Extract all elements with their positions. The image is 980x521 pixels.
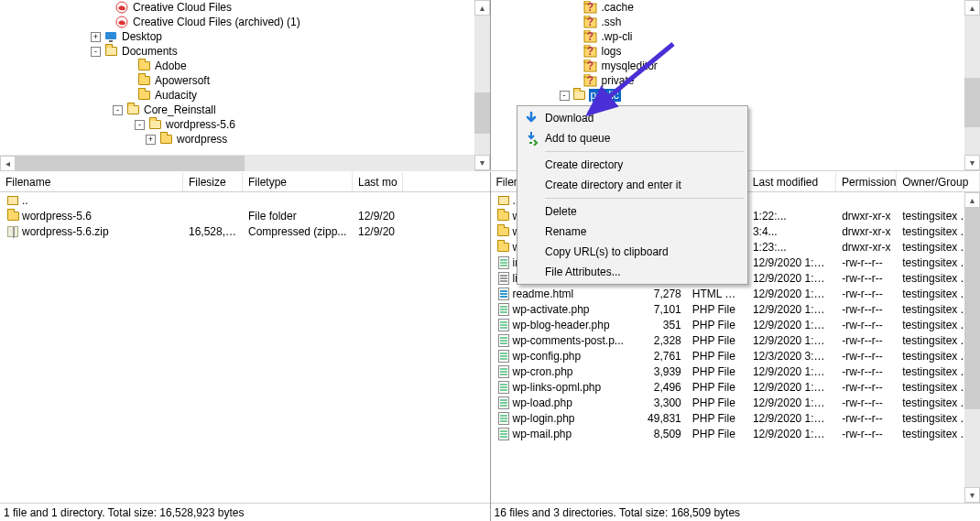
- scroll-up-button[interactable]: ▴: [964, 0, 980, 16]
- tree-item[interactable]: +wordpress: [0, 132, 490, 147]
- list-row[interactable]: wp-links-opml.php2,496PHP File12/9/2020 …: [491, 379, 981, 395]
- cell-type: PHP File: [687, 350, 747, 363]
- ctx-create-directory[interactable]: Create directory: [519, 155, 746, 175]
- tree-item[interactable]: -public: [491, 88, 965, 103]
- cell-name: wp-comments-post.p...: [491, 333, 640, 348]
- ctx-download[interactable]: Download: [519, 108, 746, 128]
- cell-mod: 12/9/2020 1:22:...: [747, 412, 836, 425]
- tree-label: public: [589, 89, 621, 102]
- ctx-create-directory-and-enter-it[interactable]: Create directory and enter it: [519, 175, 746, 195]
- cell-perm: -rw-r--r--: [836, 428, 897, 440]
- tree-item[interactable]: ?.wp-cli: [491, 29, 965, 44]
- tree-expander[interactable]: -: [560, 91, 570, 101]
- column-header[interactable]: Permissions: [836, 172, 897, 191]
- tree-expander[interactable]: -: [135, 120, 145, 130]
- local-tree-pane: Creative Cloud FilesCreative Cloud Files…: [0, 0, 491, 170]
- question-folder-icon: ?: [583, 59, 598, 73]
- h-scrollbar[interactable]: ◂ ▸: [0, 155, 490, 170]
- folder-icon: [496, 209, 511, 223]
- column-header[interactable]: Filesize: [183, 172, 243, 191]
- tree-item[interactable]: +Desktop: [0, 29, 490, 44]
- html-file-icon: [496, 287, 511, 301]
- ctx-delete[interactable]: Delete: [519, 201, 746, 222]
- tree-item[interactable]: -Documents: [0, 44, 490, 59]
- column-header[interactable]: Filename: [0, 172, 183, 191]
- cell-name: wp-cron.php: [491, 364, 640, 379]
- column-header[interactable]: Last modified: [747, 172, 836, 191]
- list-row[interactable]: wp-mail.php8,509PHP File12/9/2020 1:22:.…: [491, 426, 981, 441]
- parent-dir-icon: [496, 193, 511, 208]
- v-scrollbar[interactable]: ▴ ▾: [964, 0, 980, 170]
- list-row[interactable]: wp-comments-post.p...2,328PHP File12/9/2…: [491, 332, 981, 348]
- scroll-down-button[interactable]: ▾: [964, 487, 980, 503]
- tree-item[interactable]: ?mysqleditor: [491, 59, 965, 73]
- cell-perm: -rw-r--r--: [836, 396, 897, 409]
- ctx-file-attributes-[interactable]: File Attributes...: [519, 262, 746, 282]
- ctx-label: Copy URL(s) to clipboard: [545, 245, 669, 258]
- php-file-icon: [496, 333, 511, 348]
- ctx-label: Download: [545, 112, 593, 125]
- tree-expander[interactable]: +: [146, 135, 156, 145]
- tree-label: wordpress-5.6: [164, 118, 237, 131]
- tree-expander[interactable]: +: [91, 32, 101, 42]
- php-file-icon: [496, 364, 511, 379]
- local-list-header[interactable]: FilenameFilesizeFiletypeLast mo: [0, 172, 490, 192]
- ctx-rename[interactable]: Rename: [519, 222, 746, 242]
- list-row[interactable]: readme.html7,278HTML File12/9/2020 1:22:…: [491, 286, 981, 301]
- local-tree[interactable]: Creative Cloud FilesCreative Cloud Files…: [0, 0, 490, 155]
- scroll-up-button[interactable]: ▴: [964, 192, 980, 208]
- scroll-down-button[interactable]: ▾: [964, 155, 980, 170]
- folder-icon: [5, 209, 20, 223]
- tree-item[interactable]: Creative Cloud Files (archived) (1): [0, 15, 490, 29]
- scroll-down-button[interactable]: ▾: [474, 155, 490, 170]
- cell-name: wp-config.php: [491, 349, 640, 364]
- context-menu: DownloadAdd to queueCreate directoryCrea…: [517, 105, 748, 285]
- tree-item[interactable]: Adobe: [0, 59, 490, 73]
- cell-size: 7,101: [639, 303, 686, 316]
- tree-item[interactable]: ?.cache: [491, 0, 965, 15]
- column-header[interactable]: Owner/Group: [897, 172, 980, 191]
- column-header[interactable]: Last mo: [353, 172, 403, 191]
- cell-type: PHP File: [687, 381, 747, 394]
- tree-expander[interactable]: -: [113, 105, 123, 115]
- cell-mod: 12/9/20: [353, 210, 403, 223]
- tree-label: Core_Reinstall: [142, 103, 218, 116]
- php-file-icon: [496, 255, 511, 270]
- cell-type: PHP File: [687, 303, 747, 316]
- creative-cloud-icon: [114, 0, 129, 15]
- list-row[interactable]: wp-blog-header.php351PHP File12/9/2020 1…: [491, 317, 981, 332]
- tree-item[interactable]: ?private: [491, 73, 965, 88]
- tree-item[interactable]: -wordpress-5.6: [0, 117, 490, 132]
- tree-label: Creative Cloud Files (archived) (1): [131, 16, 302, 28]
- v-scrollbar[interactable]: ▴ ▾: [474, 0, 490, 170]
- ctx-copy-url-s-to-clipboard[interactable]: Copy URL(s) to clipboard: [519, 242, 746, 262]
- svg-rect-3: [109, 40, 113, 42]
- cell-type: PHP File: [687, 334, 747, 347]
- list-row[interactable]: wordpress-5.6File folder12/9/20: [0, 208, 490, 223]
- tree-expander[interactable]: -: [91, 47, 101, 57]
- cell-mod: 12/9/2020 1:22:...: [747, 396, 836, 409]
- tree-item[interactable]: ?.ssh: [491, 15, 965, 29]
- local-list-body[interactable]: ..wordpress-5.6File folder12/9/20wordpre…: [0, 192, 490, 503]
- list-row[interactable]: wordpress-5.6.zip16,528,923Compressed (z…: [0, 223, 490, 239]
- ctx-add-to-queue[interactable]: Add to queue: [519, 128, 746, 148]
- list-row[interactable]: wp-login.php49,831PHP File12/9/2020 1:22…: [491, 410, 981, 426]
- scroll-up-button[interactable]: ▴: [474, 0, 490, 16]
- list-row[interactable]: ..: [0, 192, 490, 208]
- ctx-separator: [545, 151, 744, 152]
- tree-item[interactable]: -Core_Reinstall: [0, 103, 490, 117]
- list-row[interactable]: wp-load.php3,300PHP File12/9/2020 1:22:.…: [491, 395, 981, 410]
- list-row[interactable]: wp-activate.php7,101PHP File12/9/2020 1:…: [491, 301, 981, 317]
- cell-mod: 1:23:...: [747, 241, 836, 254]
- tree-item[interactable]: Apowersoft: [0, 73, 490, 88]
- scroll-left-button[interactable]: ◂: [0, 156, 16, 171]
- column-header[interactable]: Filetype: [243, 172, 353, 191]
- tree-item[interactable]: Creative Cloud Files: [0, 0, 490, 15]
- list-row[interactable]: wp-cron.php3,939PHP File12/9/2020 1:22:.…: [491, 364, 981, 379]
- folder-open-icon: [125, 103, 140, 117]
- v-scrollbar[interactable]: ▴ ▾: [964, 192, 980, 503]
- question-folder-icon: ?: [583, 29, 598, 44]
- tree-item[interactable]: Audacity: [0, 88, 490, 103]
- tree-item[interactable]: ?logs: [491, 44, 965, 59]
- list-row[interactable]: wp-config.php2,761PHP File12/3/2020 3:43…: [491, 348, 981, 364]
